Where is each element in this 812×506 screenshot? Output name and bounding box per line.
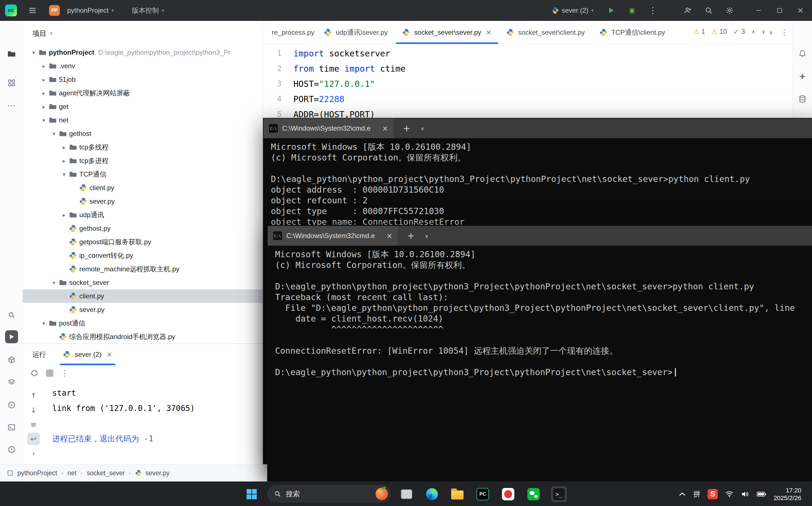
project-switcher[interactable]: pythonProject ▾ [64, 4, 116, 17]
new-tab-icon[interactable]: + [403, 123, 410, 134]
tab-more-icon[interactable]: ⋮ [781, 28, 788, 37]
more-actions-icon[interactable]: ⋮ [647, 4, 659, 17]
tree-item[interactable]: ▾net [23, 113, 263, 127]
tree-item[interactable]: ▾post通信 [23, 317, 263, 330]
chevron-right-icon[interactable]: ▸ [38, 63, 49, 69]
tab-list-chevron-icon[interactable]: ∨ [769, 29, 773, 36]
tree-item[interactable]: gethost.py [23, 222, 263, 235]
editor-tab[interactable]: TCP通信\client.py [592, 21, 673, 44]
music-app-icon[interactable] [500, 486, 516, 502]
problems-tool-icon[interactable] [5, 443, 18, 456]
run-console[interactable]: startlink from ('127.0.0.1', 37065) 进程已结… [52, 381, 263, 464]
cmd2-titlebar[interactable]: C:\ C:\Windows\System32\cmd.e × + ∨ [268, 226, 812, 246]
battery-icon[interactable] [757, 491, 766, 497]
pycharm-icon[interactable]: PC [475, 486, 491, 502]
chevron-right-icon[interactable]: ▸ [59, 144, 69, 150]
run-more-icon[interactable]: ⋮ [61, 369, 69, 378]
tree-item[interactable]: remote_machine远程抓取主机.py [23, 262, 263, 276]
chevron-down-icon[interactable]: ∨ [421, 125, 424, 132]
breadcrumb-item-file[interactable]: sever.py [135, 469, 170, 477]
inspections-widget[interactable]: ⚠ 1 ⚠ 10 ✓ 3 ∧ ∨ [691, 24, 768, 39]
add-user-icon[interactable] [682, 4, 694, 17]
chevron-right-icon[interactable]: ▸ [38, 90, 49, 96]
close-icon[interactable]: × [386, 232, 393, 240]
new-tab-icon[interactable]: + [407, 231, 415, 241]
tree-item[interactable]: 综合应用模拟android手机浏览器.py [23, 330, 263, 344]
tree-item[interactable]: ▾TCP通信 [23, 168, 263, 181]
breadcrumb-item[interactable]: net [67, 469, 76, 477]
close-icon[interactable]: × [107, 351, 112, 358]
code-line[interactable]: 4PORT=22288 [263, 91, 792, 107]
chevron-right-icon[interactable]: ▸ [59, 212, 69, 218]
tree-item[interactable]: sever.py [23, 303, 263, 317]
start-button[interactable] [246, 482, 257, 506]
cmd2-tab[interactable]: C:\ C:\Windows\System32\cmd.e × [268, 226, 398, 246]
edge-icon[interactable] [424, 486, 440, 502]
tree-item[interactable]: ▸get [23, 100, 263, 113]
close-icon[interactable]: × [382, 124, 388, 133]
editor-tab[interactable]: re_process.py [263, 21, 317, 44]
search-highlight-image[interactable] [376, 488, 388, 500]
chevron-right-icon[interactable]: ▸ [38, 76, 49, 83]
code-line[interactable]: 2from time import ctime [263, 61, 792, 76]
tree-item[interactable]: ▾socket_sever [23, 276, 263, 289]
chevron-right-icon[interactable]: ▸ [38, 103, 49, 110]
taskbar-search-box[interactable]: 搜索 [267, 485, 391, 502]
editor-tab[interactable]: socket_sever\sever.py× [395, 21, 499, 44]
breadcrumb-item[interactable]: pythonProject [17, 469, 57, 477]
tree-item[interactable]: sever.py [23, 195, 263, 208]
project-panel-header[interactable]: 项目 ▾ [23, 21, 263, 46]
next-problem-icon[interactable]: ∨ [761, 28, 766, 35]
chevron-down-icon[interactable]: ▾ [49, 279, 59, 286]
database-tool-icon[interactable] [796, 92, 809, 105]
tree-item[interactable]: ▸udp通讯 [23, 208, 263, 222]
chevron-down-icon[interactable]: ▾ [38, 320, 49, 326]
editor-tab[interactable]: socket_sever\client.py [499, 21, 592, 44]
packages-tool-icon[interactable] [5, 353, 18, 366]
notifications-bell-icon[interactable] [796, 47, 809, 60]
expand-icon[interactable]: › [27, 447, 40, 459]
more-tools-icon[interactable]: ⋯ [5, 99, 18, 112]
cmd2-console[interactable]: Microsoft Windows [版本 10.0.26100.2894](c… [268, 246, 812, 484]
tree-item[interactable]: ▸51job [23, 73, 263, 86]
chevron-down-icon[interactable]: ▾ [38, 117, 49, 123]
project-badge[interactable]: PP [49, 5, 60, 16]
search-icon[interactable] [703, 4, 715, 17]
tree-item[interactable]: ▾pythonProjectD:\eagle_python\python_pro… [23, 46, 263, 59]
clock[interactable]: 17:20 2025/2/26 [774, 487, 801, 502]
chevron-right-icon[interactable]: ▸ [59, 158, 69, 164]
tree-item[interactable]: getpost端口服务获取.py [23, 235, 263, 249]
tree-item[interactable]: ▸.venv [23, 59, 263, 73]
terminal-tool-icon[interactable] [5, 421, 18, 434]
rerun-button[interactable] [30, 369, 38, 377]
cmd1-tab[interactable]: C:\ C:\Windows\System32\cmd.e × [263, 118, 393, 138]
run-button[interactable] [605, 4, 617, 17]
run-tab[interactable]: sever (2) × [58, 344, 117, 365]
run-config-selector[interactable]: sever (2) ▾ [549, 4, 596, 17]
maximize-button[interactable] [769, 0, 790, 21]
prev-problem-icon[interactable]: ∧ [751, 28, 755, 35]
tree-item[interactable]: ▸tcp多线程 [23, 141, 263, 154]
terminal-icon[interactable]: >_ [551, 486, 567, 502]
chevron-down-icon[interactable]: ∨ [425, 233, 428, 239]
vcs-menu[interactable]: 版本控制 ▾ [129, 4, 167, 17]
tree-item[interactable]: ▸agent代理解决网站屏蔽 [23, 86, 263, 100]
stop-button[interactable] [46, 369, 53, 377]
tree-item[interactable]: ▸tcp多进程 [23, 154, 263, 168]
settings-gear-icon[interactable] [723, 4, 736, 17]
folder-icon[interactable] [450, 486, 465, 502]
tree-item[interactable]: ip_convert转化.py [23, 249, 263, 262]
tray-chevron-icon[interactable] [678, 492, 686, 497]
main-menu-icon[interactable] [28, 6, 37, 15]
debug-button[interactable] [626, 4, 638, 17]
scroll-up-icon[interactable]: ↑ [27, 390, 40, 402]
run-tool-icon[interactable] [5, 330, 18, 343]
scroll-down-icon[interactable]: ↓ [27, 404, 40, 416]
breadcrumb-item[interactable]: socket_sever [87, 469, 125, 477]
clear-console-icon[interactable]: ≡ [27, 418, 40, 431]
ai-assistant-icon[interactable] [796, 70, 809, 83]
inspection-warning-a[interactable]: ⚠ 1 [693, 28, 705, 35]
wechat-icon[interactable] [525, 486, 542, 502]
tree-item[interactable]: ▾gethost [23, 127, 263, 141]
chevron-down-icon[interactable]: ▾ [49, 131, 59, 137]
